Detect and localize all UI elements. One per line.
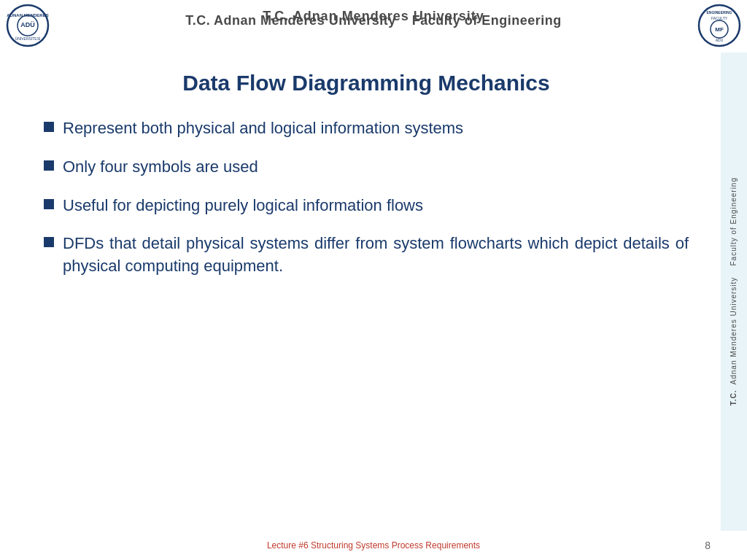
footer: Lecture #6 Structuring Systems Process R…: [0, 531, 747, 560]
bullet-icon: [44, 122, 54, 132]
svg-text:ADÜ: ADÜ: [20, 21, 35, 28]
list-item: Only four symbols are used: [44, 156, 689, 179]
logo-right: ENGINEERING FACULTY MF ADÜ: [697, 4, 741, 47]
bullet-text-3: Useful for depicting purely logical info…: [63, 195, 689, 217]
bullet-text-2: Only four symbols are used: [63, 156, 689, 179]
header-full-title: T.C. Adnan Menderes University Faculty o…: [185, 13, 561, 28]
bullet-icon: [44, 237, 54, 247]
svg-text:ENGINEERING: ENGINEERING: [706, 10, 732, 15]
slide-content: Data Flow Diagramming Mechanics Represen…: [0, 52, 747, 531]
svg-text:ADÜ: ADÜ: [716, 38, 724, 42]
list-item: Represent both physical and logical info…: [44, 117, 689, 140]
svg-text:ÜNİVERSİTESİ: ÜNİVERSİTESİ: [15, 36, 41, 41]
svg-text:MF: MF: [715, 26, 724, 33]
bullet-icon: [44, 160, 54, 171]
footer-page: 8: [705, 540, 711, 551]
bullet-text-4: DFDs that detail physical systems differ…: [63, 233, 689, 278]
logo-left: ADNAN MENDERES ADÜ ÜNİVERSİTESİ: [6, 4, 50, 47]
bullet-list: Represent both physical and logical info…: [44, 117, 689, 278]
list-item: DFDs that detail physical systems differ…: [44, 233, 689, 278]
slide-title: Data Flow Diagramming Mechanics: [44, 71, 689, 96]
svg-text:FACULTY: FACULTY: [711, 16, 728, 20]
list-item: Useful for depicting purely logical info…: [44, 195, 689, 217]
footer-label: Lecture #6 Structuring Systems Process R…: [267, 540, 480, 551]
bullet-icon: [44, 199, 54, 209]
bullet-text-1: Represent both physical and logical info…: [63, 117, 689, 140]
